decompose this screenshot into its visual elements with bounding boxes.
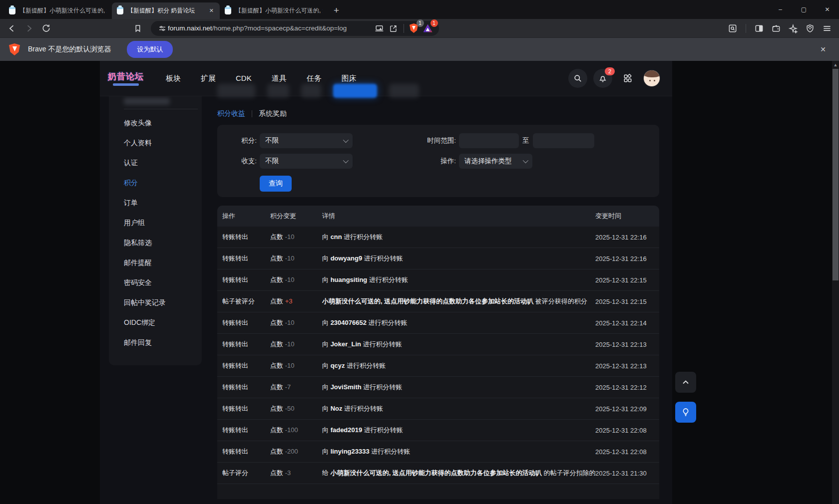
wallet-icon[interactable]	[769, 21, 783, 35]
detail-subject[interactable]: 2304076652	[331, 319, 367, 326]
operation-filter-label: 操作:	[421, 157, 456, 166]
nav-item-4[interactable]: 道具	[272, 74, 287, 83]
maximize-button[interactable]: ▢	[792, 0, 816, 19]
sidebar-item[interactable]: 积分	[109, 173, 202, 193]
notifications-badge: 2	[605, 67, 615, 75]
sidebar-item[interactable]: 邮件提醒	[109, 253, 202, 273]
detail-subject[interactable]: faded2019	[331, 426, 363, 434]
page-scrollbar[interactable]: ▲	[832, 61, 839, 504]
sidebar-item[interactable]: 认证	[109, 153, 202, 173]
tab-close-icon[interactable]: ✕	[208, 7, 215, 14]
brave-rewards-icon[interactable]: 1	[421, 21, 435, 35]
table-header-cell: 操作	[222, 212, 270, 221]
apps-grid-icon[interactable]	[618, 69, 637, 88]
tab-credit-income[interactable]: 积分收益	[217, 109, 245, 118]
reload-icon[interactable]	[39, 21, 53, 35]
time-to-input[interactable]	[533, 133, 594, 148]
nav-item-5[interactable]: 任务	[307, 74, 322, 83]
cell-detail: 向 qcyz 进行积分转账	[322, 361, 595, 370]
sidebar-item[interactable]: 回帖中奖记录	[109, 293, 202, 313]
detail-subject[interactable]: 小萌新没什么可送的, 送点用钞能力获得的点数助力各位参加站长的活动叭	[322, 297, 533, 305]
table-row: 转账转出点数 -10向 dowyang9 进行积分转账2025-12-31 22…	[217, 248, 659, 269]
user-avatar[interactable]	[643, 70, 660, 87]
censored-tab-1[interactable]	[217, 84, 255, 98]
sidebar-item[interactable]: 用户组	[109, 213, 202, 233]
query-button[interactable]: 查询	[260, 176, 292, 192]
site-settings-icon[interactable]	[157, 21, 168, 35]
operation-filter-placeholder: 请选择操作类型	[464, 157, 512, 166]
sidebar-item[interactable]: 邮件回复	[109, 333, 202, 353]
forward-icon[interactable]	[22, 21, 36, 35]
table-row: 转账转出点数 -10向 2304076652 进行积分转账2025-12-31 …	[217, 312, 659, 334]
censored-tab-2[interactable]	[267, 84, 289, 98]
search-icon[interactable]	[568, 69, 587, 88]
url-text[interactable]: forum.naixi.net/home.php?mod=spacecp&ac=…	[168, 24, 373, 32]
new-tab-button[interactable]: +	[334, 5, 339, 15]
brave-shields-icon[interactable]: 1	[407, 21, 421, 35]
close-window-button[interactable]: ✕	[816, 0, 839, 19]
back-icon[interactable]	[5, 21, 19, 35]
minimize-button[interactable]: –	[769, 0, 792, 19]
detail-subject[interactable]: JoviSmith	[331, 383, 362, 391]
menu-hamburger-icon[interactable]	[820, 21, 834, 35]
browser-tab-1[interactable]: 【新提醒】小萌新没什么可送的, 送点	[4, 2, 112, 19]
detail-subject[interactable]: qcyz	[331, 362, 345, 369]
browser-tab-bar: 【新提醒】小萌新没什么可送的, 送点【新提醒】积分 奶昔论坛✕【新提醒】小萌新没…	[0, 0, 839, 19]
detail-subject[interactable]: Joker_Lin	[331, 340, 361, 348]
censored-tab-3[interactable]	[301, 84, 321, 98]
sidebar-item[interactable]: OIDC绑定	[109, 313, 202, 333]
tab-strip: 【新提醒】小萌新没什么可送的, 送点【新提醒】积分 奶昔论坛✕【新提醒】小萌新没…	[4, 2, 328, 19]
find-in-page-icon[interactable]	[726, 21, 740, 35]
share-icon[interactable]	[387, 21, 401, 35]
sidebar-item[interactable]: 密码安全	[109, 273, 202, 293]
theme-toggle-lightbulb-button[interactable]	[675, 402, 696, 423]
send-to-device-icon[interactable]	[373, 21, 387, 35]
sidebar-toggle-icon[interactable]	[752, 21, 766, 35]
browser-tab-3[interactable]: 【新提醒】小萌新没什么可送的, 送点	[220, 2, 328, 19]
detail-subject[interactable]: Noz	[331, 405, 343, 412]
forum-logo[interactable]: 奶昔论坛	[108, 71, 144, 86]
scrollbar-up-arrow[interactable]: ▲	[832, 61, 839, 68]
operation-filter-select[interactable]: 请选择操作类型	[459, 154, 532, 169]
bookmark-icon[interactable]	[131, 21, 145, 35]
vpn-shield-icon[interactable]	[803, 21, 817, 35]
address-bar[interactable]: forum.naixi.net/home.php?mod=spacecp&ac=…	[151, 21, 439, 36]
nav-item-3[interactable]: CDK	[236, 74, 252, 83]
sidebar-item[interactable]: 修改头像	[109, 113, 202, 133]
nav-item-6[interactable]: 图床	[342, 74, 357, 83]
leo-ai-sparkles-icon[interactable]	[786, 21, 800, 35]
scrollbar-thumb[interactable]	[833, 69, 839, 280]
nav-item-1[interactable]: 板块	[166, 74, 181, 83]
income-filter-select[interactable]: 不限	[260, 154, 353, 169]
set-default-button[interactable]: 设为默认	[127, 41, 173, 58]
cell-time: 2025-12-31 22:15	[595, 276, 654, 284]
browser-tab-2[interactable]: 【新提醒】积分 奶昔论坛✕	[112, 2, 220, 19]
scroll-to-top-button[interactable]	[675, 372, 696, 393]
change-unit: 点数	[270, 233, 285, 241]
detail-subject[interactable]: linying23333	[331, 448, 370, 455]
tab-title: 【新提醒】小萌新没什么可送的, 送点	[235, 6, 323, 15]
brave-lion-icon	[9, 43, 20, 55]
detail-subject[interactable]: huangsiting	[331, 276, 368, 283]
infobar-close-icon[interactable]: ✕	[816, 43, 830, 55]
change-value: -200	[285, 448, 298, 455]
change-value: -7	[285, 383, 291, 391]
cell-time: 2025-12-31 22:15	[595, 298, 654, 305]
detail-subject[interactable]: cnn	[331, 233, 342, 241]
milk-bottle-favicon	[9, 7, 15, 14]
cell-time: 2025-12-31 22:16	[595, 234, 654, 241]
nav-item-2[interactable]: 扩展	[201, 74, 216, 83]
notifications-bell-icon[interactable]: 2	[593, 69, 612, 88]
sidebar-item[interactable]: 隐私筛选	[109, 233, 202, 253]
sidebar-item[interactable]: 订单	[109, 193, 202, 213]
censored-tab-5[interactable]	[389, 84, 419, 98]
credit-log-table: 操作积分变更详情变更时间 转账转出点数 -10向 cnn 进行积分转账2025-…	[217, 206, 659, 499]
cell-change: 点数 -10	[270, 340, 322, 349]
tab-system-reward[interactable]: 系统奖励	[259, 109, 287, 118]
time-from-input[interactable]	[459, 133, 519, 148]
sidebar-item[interactable]: 个人资料	[109, 133, 202, 153]
detail-subject[interactable]: dowyang9	[331, 254, 363, 262]
score-filter-select[interactable]: 不限	[260, 133, 353, 148]
censored-tab-4[interactable]	[333, 84, 377, 98]
detail-subject[interactable]: 小萌新没什么可送的, 送点用钞能力获得的点数助力各位参加站长的活动叭	[331, 469, 542, 477]
